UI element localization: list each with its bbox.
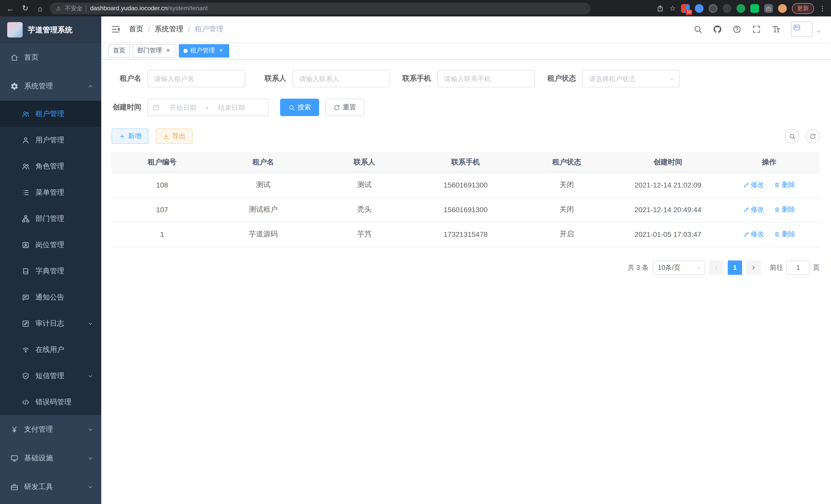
edit-link[interactable]: 修改	[743, 205, 764, 214]
sidebar-item-error-code[interactable]: 错误码管理	[0, 389, 101, 415]
pencil-icon	[743, 207, 749, 213]
prev-page-button[interactable]	[709, 260, 724, 275]
browser-profile-avatar[interactable]	[778, 4, 787, 12]
extension-icon-3[interactable]	[709, 4, 717, 12]
page-number-button[interactable]: 1	[728, 260, 742, 275]
edit-link[interactable]: 修改	[743, 230, 764, 239]
breadcrumb-system[interactable]: 系统管理	[155, 25, 183, 34]
cell-contact: 秃头	[314, 197, 415, 222]
date-range-picker[interactable]: -	[147, 99, 269, 116]
tab-close-icon[interactable]: ×	[165, 47, 172, 54]
sidebar-item-tenant[interactable]: 租户管理	[0, 101, 101, 127]
breadcrumb-home[interactable]: 首页	[129, 25, 143, 34]
status-select-input[interactable]	[582, 70, 680, 87]
extension-icon-1[interactable]: 10	[681, 4, 690, 12]
browser-update-button[interactable]: 更新	[792, 3, 814, 13]
delete-link[interactable]: 删除	[774, 230, 795, 239]
sidebar-item-role[interactable]: 角色管理	[0, 153, 101, 179]
sidebar-item-infra[interactable]: 基础设施	[0, 444, 101, 473]
extension-icon-6[interactable]	[750, 4, 759, 12]
sidebar-item-dept[interactable]: 部门管理	[0, 206, 101, 232]
sidebar-item-home[interactable]: 首页	[0, 43, 101, 72]
home-icon[interactable]: ⌂	[35, 4, 45, 12]
tab-tenant[interactable]: 租户管理 ×	[179, 44, 229, 57]
extension-icon-4[interactable]	[722, 4, 731, 12]
cell-contact: 芋艿	[314, 222, 415, 246]
extension-badge: 10	[686, 9, 692, 14]
trash-icon	[774, 231, 780, 237]
search-button[interactable]: 搜索	[280, 99, 319, 116]
col-tenant-name: 租户名	[213, 152, 314, 173]
edit-link[interactable]: 修改	[743, 180, 764, 189]
fullscreen-icon[interactable]	[752, 25, 761, 34]
goto-page-input[interactable]	[786, 260, 810, 275]
share-icon[interactable]	[657, 4, 664, 12]
reload-icon[interactable]: ↻	[20, 4, 30, 13]
table-toolbar: 新增 导出	[112, 128, 820, 144]
cell-tenant-id: 107	[112, 197, 213, 222]
end-date-input[interactable]	[210, 103, 253, 111]
sidebar-collapse-icon[interactable]	[111, 24, 121, 34]
sidebar-item-audit-log[interactable]: 审计日志	[0, 310, 101, 336]
reset-button[interactable]: 重置	[325, 99, 364, 116]
sidebar-item-payment[interactable]: 支付管理	[0, 415, 101, 444]
bookmark-star-icon[interactable]: ☆	[669, 4, 676, 12]
trash-icon	[774, 182, 780, 188]
add-button[interactable]: 新增	[112, 128, 148, 144]
sidebar-item-devtool[interactable]: 研发工具	[0, 473, 101, 501]
user-avatar-menu[interactable]	[791, 22, 822, 37]
col-actions: 操作	[718, 152, 820, 173]
search-icon[interactable]	[693, 25, 703, 34]
github-icon[interactable]	[713, 25, 722, 34]
cell-tenant-id: 108	[112, 173, 213, 197]
refresh-table-button[interactable]	[805, 129, 820, 143]
tenant-name-input[interactable]	[147, 70, 245, 87]
back-icon[interactable]: ←	[5, 4, 16, 12]
delete-link[interactable]: 删除	[774, 205, 795, 214]
cell-status: 开启	[516, 222, 618, 246]
delete-link[interactable]: 删除	[774, 180, 795, 189]
chevron-down-icon	[87, 426, 93, 433]
font-size-icon[interactable]	[771, 25, 781, 34]
phone-input[interactable]	[437, 70, 535, 87]
broken-image-icon	[793, 24, 801, 31]
sidebar-item-user[interactable]: 用户管理	[0, 127, 101, 153]
help-icon[interactable]	[732, 25, 742, 34]
refresh-icon	[809, 133, 816, 140]
calendar-icon	[153, 104, 160, 111]
browser-toolbar: ← ↻ ⌂ ⚠ 不安全 dashboard.yudao.iocoder.cn/s…	[0, 0, 831, 17]
sidebar-item-sms[interactable]: 短信管理	[0, 363, 101, 389]
search-icon	[789, 133, 795, 140]
next-page-button[interactable]	[746, 260, 761, 275]
sidebar-item-notice[interactable]: 通知公告	[0, 284, 101, 310]
sidebar-item-post[interactable]: 岗位管理	[0, 232, 101, 258]
address-bar[interactable]: ⚠ 不安全 dashboard.yudao.iocoder.cn/system/…	[50, 2, 591, 14]
tab-home[interactable]: 首页	[109, 44, 130, 57]
search-icon	[288, 104, 295, 111]
toggle-search-button[interactable]	[785, 129, 799, 143]
extensions-puzzle-icon[interactable]	[764, 4, 773, 12]
tenant-status-select[interactable]	[582, 70, 680, 87]
sms-shield-icon	[22, 372, 30, 380]
sidebar-item-menu[interactable]: 菜单管理	[0, 179, 101, 206]
sidebar-item-dict[interactable]: 字典管理	[0, 258, 101, 284]
download-icon	[163, 133, 170, 140]
sidebar-item-online-user[interactable]: 在线用户	[0, 336, 101, 363]
table-row: 107 测试租户 秃头 15601691300 关闭 2021-12-14 20…	[112, 197, 820, 222]
sidebar-item-system[interactable]: 系统管理	[0, 72, 101, 101]
start-date-input[interactable]	[162, 103, 204, 111]
tab-close-icon[interactable]: ×	[218, 47, 225, 54]
payment-yen-icon	[10, 425, 19, 434]
page-size-select[interactable]: 10条/页	[653, 260, 705, 275]
tab-dept[interactable]: 部门管理 ×	[133, 44, 176, 57]
breadcrumb-current: 租户管理	[195, 25, 224, 34]
refresh-icon	[334, 104, 340, 111]
extension-icon-2[interactable]	[695, 4, 704, 12]
export-button[interactable]: 导出	[156, 128, 193, 144]
extension-icon-5[interactable]	[737, 4, 745, 12]
contact-input[interactable]	[292, 70, 390, 87]
filter-tenant-name: 租户名	[112, 70, 245, 87]
browser-menu-icon[interactable]: ⋮	[819, 4, 826, 12]
roles-icon	[22, 162, 30, 170]
cell-created: 2021-12-14 21:02:09	[617, 173, 718, 197]
